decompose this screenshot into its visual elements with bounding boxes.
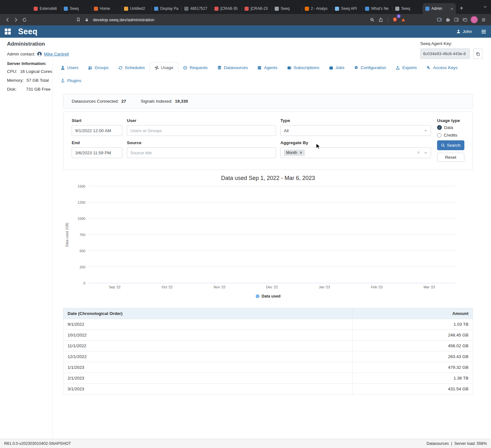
admin-tab-access-keys[interactable]: Access Keys xyxy=(422,62,462,73)
browser-tab[interactable]: 2 - Analys xyxy=(302,3,332,14)
clear-selection-icon[interactable]: × xyxy=(417,150,420,155)
stats-bar: Datasources Connected: 27 Signals Indexe… xyxy=(63,94,473,108)
lock-icon[interactable] xyxy=(82,16,91,24)
tab-favicon-icon xyxy=(245,7,249,11)
reset-button-label: Reset xyxy=(445,155,456,160)
sidebar-toggle-icon[interactable] xyxy=(452,16,461,24)
cell-date: 1/1/2023 xyxy=(63,362,353,373)
legend-marker-icon xyxy=(256,294,259,298)
new-tab-button[interactable]: + xyxy=(460,5,463,12)
tab-label: Requests xyxy=(190,65,208,70)
browser-tab[interactable]: Home xyxy=(91,3,121,14)
admin-tab-subscriptions[interactable]: Subscriptions xyxy=(282,62,324,73)
user-menu[interactable]: John xyxy=(456,29,472,34)
admin-tab-requests[interactable]: Requests xyxy=(178,62,213,73)
admin-tab-configuration[interactable]: Configuration xyxy=(349,62,391,73)
chevron-down-icon xyxy=(424,151,428,155)
share-icon[interactable] xyxy=(376,16,385,24)
tab-favicon-icon xyxy=(335,7,339,11)
status-bar: R61.0.0-v202303010402-SNAPSHOT Datasourc… xyxy=(0,439,491,448)
cell-amount: 431.54 GB xyxy=(353,384,473,394)
tab-close-icon[interactable]: × xyxy=(450,6,453,11)
header-amount: Amount xyxy=(353,308,473,319)
browser-tab[interactable]: 48517527 xyxy=(182,3,212,14)
radio-data[interactable]: ✓ Data xyxy=(437,125,464,130)
browser-tab[interactable]: Seeq API xyxy=(332,3,363,14)
bookmark-icon[interactable] xyxy=(74,16,82,24)
browser-tab[interactable]: Admin× xyxy=(423,3,456,14)
browser-tab[interactable]: Untitled2 xyxy=(121,3,152,14)
admin-tab-groups[interactable]: Groups xyxy=(83,62,113,73)
tab-search-chevron-icon[interactable] xyxy=(483,5,487,10)
extensions-puzzle-icon[interactable] xyxy=(443,16,452,24)
admin-tab-plugins[interactable]: Plugins xyxy=(56,75,86,86)
admin-contact-link[interactable]: Mike Cantrell xyxy=(44,52,69,56)
plot-area xyxy=(88,186,455,283)
admin-tab-agents[interactable]: Agents xyxy=(252,62,282,73)
tab-label: Configuration xyxy=(361,65,386,70)
wallet-icon[interactable] xyxy=(435,16,443,24)
admin-tab-jobs[interactable]: Jobs xyxy=(324,62,350,73)
remove-tag-icon[interactable]: ✕ xyxy=(299,151,303,155)
tab-label: Users xyxy=(67,65,78,70)
admin-tab-exports[interactable]: Exports xyxy=(391,62,422,73)
radio-credits[interactable]: Credits xyxy=(437,133,464,138)
address-bar-url[interactable]: develop.seeq.dev/administration xyxy=(93,17,154,22)
server-icon xyxy=(257,66,262,70)
chart-legend[interactable]: Data used xyxy=(63,294,473,298)
key-icon xyxy=(426,66,431,70)
filter-form: Start End User Source xyxy=(63,112,473,170)
forward-button[interactable] xyxy=(12,16,20,24)
zoom-icon[interactable] xyxy=(368,16,376,24)
tab-favicon-icon xyxy=(214,7,219,11)
start-date-input[interactable] xyxy=(72,125,122,136)
aggregate-by-select[interactable]: Month ✕ × xyxy=(280,147,431,158)
admin-tab-users[interactable]: Users xyxy=(56,62,83,73)
app-header: Seeq John xyxy=(0,25,491,38)
cell-amount: 1.03 TB xyxy=(353,319,473,330)
fan-icon xyxy=(154,66,159,70)
admin-tab-schedules[interactable]: Schedules xyxy=(114,62,150,73)
tab-label: Seeq xyxy=(401,6,420,11)
aggregate-tag[interactable]: Month ✕ xyxy=(284,150,305,156)
app-switcher-grid-icon[interactable] xyxy=(4,28,11,35)
browser-tab[interactable]: Seeq xyxy=(393,3,423,14)
cell-date: 10/1/2022 xyxy=(63,330,353,341)
end-date-input[interactable] xyxy=(72,147,122,158)
copy-agent-key-button[interactable] xyxy=(473,48,482,59)
browser-tab[interactable]: Seeq xyxy=(272,3,302,14)
y-axis-title: Data used (GB) xyxy=(63,186,71,283)
search-button[interactable]: Search xyxy=(437,140,464,150)
seeq-logo[interactable]: Seeq xyxy=(18,28,37,35)
browser-menu-icon[interactable] xyxy=(479,16,488,24)
browser-tab[interactable]: [CRAB-23 xyxy=(242,3,272,14)
wallet-cards-icon[interactable] xyxy=(461,16,469,24)
user-input[interactable] xyxy=(127,125,276,136)
browser-tab[interactable]: Seeq xyxy=(61,3,91,14)
browser-tab[interactable]: Extensibili xyxy=(31,3,61,14)
agent-key-input[interactable] xyxy=(420,48,470,59)
tab-label: What's Ne xyxy=(371,6,390,11)
type-select[interactable]: All xyxy=(280,125,431,136)
browser-tab[interactable]: What's Ne xyxy=(363,3,393,14)
datasources-status-link[interactable]: Datasources xyxy=(427,441,449,446)
server-info-value: 731 GB Free xyxy=(26,87,50,92)
browser-tab[interactable]: Display Pa xyxy=(152,3,182,14)
table-header-row: Date (Chronological Order) Amount xyxy=(63,308,473,319)
browser-tab[interactable]: [CRAB-35 xyxy=(212,3,242,14)
app-menu-icon[interactable] xyxy=(481,29,487,35)
stat-value: 19,330 xyxy=(175,99,188,104)
brave-shield-icon[interactable]: 1 xyxy=(390,16,399,24)
tab-label: Exports xyxy=(402,65,417,70)
reset-button[interactable]: Reset xyxy=(437,153,464,162)
radio-label: Data xyxy=(444,125,453,130)
admin-tab-datasources[interactable]: Datasources xyxy=(213,62,253,73)
source-input[interactable] xyxy=(127,147,276,158)
back-button[interactable] xyxy=(3,16,12,24)
toolbar-divider xyxy=(388,17,388,22)
screen: ExtensibiliSeeqHomeUntitled2Display Pa48… xyxy=(0,0,491,448)
reload-button[interactable] xyxy=(20,16,29,24)
table-row: 2/1/20231.36 TB xyxy=(63,373,473,384)
admin-tab-usage[interactable]: Usage xyxy=(150,62,178,73)
profile-avatar[interactable] xyxy=(470,16,478,23)
